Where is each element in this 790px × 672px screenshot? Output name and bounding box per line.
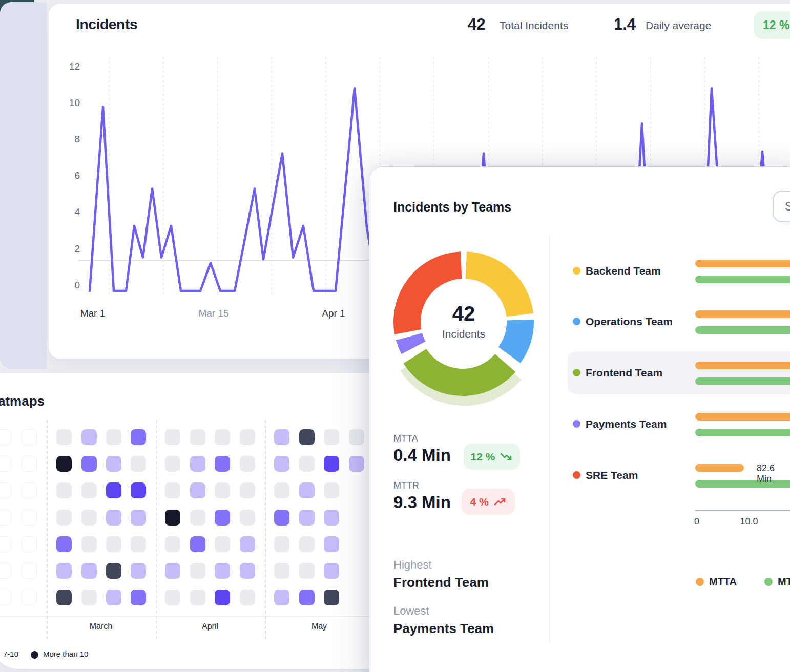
- heatmap-cell: [215, 429, 230, 445]
- mtta-bar: [695, 413, 790, 421]
- heatmap-cell: [349, 429, 364, 445]
- mtta-label: MTTA: [393, 433, 418, 444]
- incidents-by-teams-title: Incidents by Teams: [393, 200, 511, 215]
- trending-up-icon: [493, 497, 507, 507]
- heatmap-cell: [131, 456, 146, 472]
- heatmap-cell: [131, 536, 146, 552]
- legend-mtta-dot: [696, 578, 704, 586]
- heatmap-month-separator: [265, 420, 266, 639]
- team-row-backend-team[interactable]: Backend Team: [586, 265, 661, 277]
- mtta-bar: [695, 362, 790, 369]
- mttr-bar: [695, 326, 790, 334]
- y-axis-tick: 10: [55, 97, 80, 109]
- x-axis-tick: Mar 15: [183, 308, 244, 319]
- heatmap-cell: [56, 429, 72, 445]
- heatmap-cell: [56, 590, 72, 605]
- heatmap-cell: [165, 510, 180, 526]
- donut-total-label: Incidents: [423, 328, 505, 340]
- heatmap-cell: [299, 429, 315, 445]
- side-panel: [0, 2, 47, 369]
- highest-team: Frontend Team: [393, 575, 489, 591]
- trending-down-icon: [500, 452, 513, 462]
- donut-total: 42: [428, 302, 500, 325]
- heatmap-cell: [215, 563, 230, 579]
- heatmap-cell: [274, 563, 289, 579]
- donut-segment-operations-team[interactable]: [498, 320, 534, 363]
- heatmap-cell: [349, 456, 364, 472]
- highest-label: Highest: [393, 558, 432, 572]
- heatmap-cell: [0, 590, 11, 605]
- heatmap-cell: [190, 429, 205, 445]
- y-axis-tick: 12: [55, 61, 80, 72]
- heatmap-cell: [81, 429, 97, 445]
- heatmap-cell: [165, 482, 180, 498]
- heatmaps-title: atmaps: [0, 393, 45, 409]
- trend-badge-value: 12 %: [763, 18, 789, 32]
- y-axis-tick: 8: [55, 134, 80, 145]
- heatmap-cell: [106, 510, 121, 526]
- heatmap-cell: [22, 590, 37, 605]
- total-incidents-value: 42: [468, 15, 485, 34]
- heatmap-cell: [299, 510, 315, 526]
- heatmap-cell: [22, 563, 37, 579]
- team-dot: [573, 471, 580, 479]
- heatmap-cell: [299, 536, 315, 552]
- team-row-payments-team[interactable]: Payments Team: [586, 418, 667, 430]
- heatmap-cell: [56, 563, 72, 579]
- heatmap-cell: [190, 510, 205, 526]
- heatmap-cell: [324, 536, 339, 552]
- daily-average-label: Daily average: [646, 19, 711, 32]
- heatmap-cell: [106, 456, 121, 472]
- heatmap-cell: [240, 482, 255, 498]
- heatmap-cell: [56, 456, 72, 472]
- heatmap-cell: [240, 590, 255, 605]
- heatmap-cell: [215, 456, 230, 472]
- heatmap-cell: [131, 482, 146, 498]
- heatmap-cell: [56, 510, 72, 526]
- donut-segment-payments-team[interactable]: [396, 333, 426, 354]
- incidents-title: Incidents: [76, 16, 137, 33]
- bars-axis-tick-10: 10.0: [734, 516, 764, 527]
- mtta-bar: [695, 260, 790, 267]
- mttr-bar: [695, 429, 790, 436]
- y-axis-tick: 6: [55, 170, 80, 181]
- lowest-label: Lowest: [393, 604, 429, 618]
- mtta-trend-badge: 12 %: [464, 444, 520, 470]
- heatmap-cell: [324, 510, 339, 526]
- sort-button[interactable]: S: [773, 191, 790, 222]
- mtta-trend-value: 12 %: [471, 451, 495, 463]
- heatmap-cell: [81, 590, 97, 605]
- heatmap-cell: [0, 563, 11, 579]
- heatmap-cell: [324, 590, 339, 605]
- mttr-label: MTTR: [393, 480, 419, 491]
- heatmap-cell: [299, 482, 315, 498]
- mttr-value: 9.3 Min: [393, 493, 451, 512]
- team-row-sre-team[interactable]: SRE Team: [586, 469, 638, 481]
- heatmap-legend-range: 7-10: [3, 649, 18, 658]
- team-row-frontend-team[interactable]: Frontend Team: [586, 367, 662, 379]
- heatmap-cell: [299, 590, 315, 605]
- team-dot: [573, 420, 580, 428]
- bars-axis-tick-0: 0: [691, 516, 703, 527]
- heatmap-cell: [81, 456, 97, 472]
- legend-mtta-label: MTTA: [709, 576, 737, 587]
- heatmap-cell: [240, 456, 255, 472]
- heatmap-cell: [274, 482, 289, 498]
- heatmap-cell: [22, 510, 37, 526]
- y-axis-tick: 4: [55, 206, 80, 218]
- heatmap-cell: [131, 590, 146, 605]
- heatmap-cell: [131, 429, 146, 445]
- heatmap-month-separator: [156, 420, 157, 639]
- heatmap-cell: [81, 510, 97, 526]
- heatmap-cell: [106, 590, 121, 605]
- heatmap-cell: [56, 536, 72, 552]
- mtta-bar: [695, 464, 744, 472]
- heatmap-cell: [106, 563, 121, 579]
- heatmap-cell: [274, 456, 289, 472]
- heatmap-cell: [324, 456, 339, 472]
- heatmap-cell: [274, 429, 289, 445]
- team-row-operations-team[interactable]: Operations Team: [586, 316, 673, 328]
- heatmap-cell: [0, 429, 11, 445]
- daily-average-value: 1.4: [614, 15, 636, 34]
- heatmap-cell: [81, 536, 97, 552]
